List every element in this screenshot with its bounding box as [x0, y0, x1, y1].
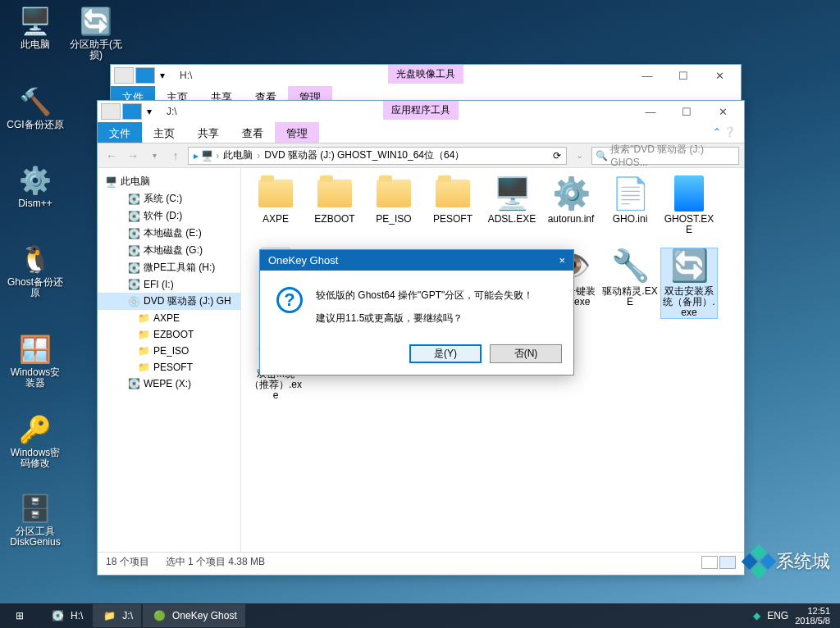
- start-button[interactable]: ⊞: [3, 604, 39, 627]
- tree-item[interactable]: 💽本地磁盘 (E:): [98, 225, 240, 242]
- language-indicator[interactable]: ENG: [767, 610, 788, 621]
- key-icon: 🔑: [19, 413, 52, 446]
- taskbar: ⊞ 💽H:\ 📁J:\ 🟢OneKey Ghost ◆ ENG 12:51 20…: [0, 603, 840, 628]
- qat-btn[interactable]: [114, 67, 134, 84]
- ribbon-tab-home[interactable]: 主页: [142, 122, 186, 143]
- ribbon-tab-file[interactable]: 文件: [98, 122, 142, 143]
- taskbar-item[interactable]: 📁J:\: [93, 604, 141, 627]
- tree-label: EFI (I:): [144, 279, 174, 290]
- exe-icon: 🔄: [669, 248, 709, 283]
- file-item-selected[interactable]: 🔄双击安装系统（备用）.exe: [661, 248, 717, 318]
- file-item[interactable]: PESOFT: [425, 176, 481, 235]
- tree-item[interactable]: 💽本地磁盘 (G:): [98, 242, 240, 259]
- tree-item[interactable]: 💽微PE工具箱 (H:): [98, 259, 240, 276]
- tree-label: WEPE (X:): [144, 378, 191, 389]
- tree-item[interactable]: 💽EFI (I:): [98, 276, 240, 293]
- desktop-label: Windows安装器: [7, 367, 64, 389]
- qat-btn[interactable]: [122, 103, 142, 120]
- file-item[interactable]: 🔧驱动精灵.EXE: [602, 248, 658, 318]
- refresh-icon[interactable]: ⟳: [553, 150, 561, 162]
- file-item[interactable]: AXPE: [248, 176, 304, 235]
- nav-history-button[interactable]: ▾: [145, 147, 163, 165]
- breadcrumb-seg[interactable]: 此电脑: [221, 148, 254, 162]
- drive-icon: 💽: [127, 193, 140, 206]
- tree-item[interactable]: 📁PESOFT: [98, 359, 240, 375]
- dialog-text: 较低版的 Ghost64 操作"GPT"分区，可能会失败！ 建议用11.5或更高…: [316, 287, 533, 326]
- tree-item[interactable]: 💽系统 (C:): [98, 190, 240, 207]
- onekey-ghost-dialog: OneKey Ghost × ? 较低版的 Ghost64 操作"GPT"分区，…: [259, 249, 574, 375]
- ribbon-tab-view[interactable]: 查看: [231, 122, 275, 143]
- view-icons-button[interactable]: [719, 556, 736, 569]
- minimize-button[interactable]: —: [632, 101, 669, 122]
- folder-icon: 📁: [137, 312, 150, 325]
- folder-icon: [377, 180, 411, 207]
- tree-label: EZBOOT: [153, 329, 194, 340]
- tree-root[interactable]: 🖥️此电脑: [98, 173, 240, 190]
- ini-icon: 📄: [610, 176, 650, 211]
- file-label: autorun.inf: [543, 214, 599, 225]
- no-button[interactable]: 否(N): [490, 344, 562, 363]
- drive-icon: 💽: [127, 377, 140, 390]
- taskbar-item[interactable]: 🟢OneKey Ghost: [143, 604, 245, 627]
- desktop-icon-cgi[interactable]: 🔨CGI备份还原: [7, 85, 64, 130]
- qat-btn[interactable]: [135, 67, 155, 84]
- tree-label: 微PE工具箱 (H:): [144, 261, 215, 275]
- desktop-icon-wininstall[interactable]: 🪟Windows安装器: [7, 333, 64, 389]
- qat-btn[interactable]: [101, 103, 121, 120]
- address-bar: ← → ▾ ↑ ▸ 🖥️› 此电脑› DVD 驱动器 (J:) GHOST_WI…: [98, 143, 744, 168]
- dropdown-icon[interactable]: ⌄: [570, 147, 588, 165]
- tree-item[interactable]: 💽WEPE (X:): [98, 375, 240, 392]
- ribbon-tab-share[interactable]: 共享: [186, 122, 231, 143]
- yes-button[interactable]: 是(Y): [409, 344, 482, 363]
- close-button[interactable]: ✕: [705, 101, 741, 122]
- file-item[interactable]: PE_ISO: [366, 176, 422, 235]
- file-item[interactable]: 🖥️ADSL.EXE: [484, 176, 540, 235]
- exe-icon: [669, 176, 709, 211]
- tree-label: PE_ISO: [153, 345, 189, 357]
- pc-icon: 🖥️: [19, 5, 52, 38]
- tree-label: DVD 驱动器 (J:) GH: [144, 294, 231, 308]
- file-item[interactable]: 📄GHO.ini: [602, 176, 658, 235]
- window-title: H:\: [180, 70, 192, 81]
- desktop-icon-pwd[interactable]: 🔑Windows密码修改: [7, 413, 64, 469]
- desktop-icon-diskgenius[interactable]: 🗄️分区工具DiskGenius: [7, 492, 64, 548]
- folder-icon: 📁: [137, 344, 150, 357]
- minimize-button[interactable]: —: [629, 65, 665, 86]
- desktop-icon-dism[interactable]: ⚙️Dism++: [7, 164, 64, 209]
- search-input[interactable]: 🔍 搜索"DVD 驱动器 (J:) GHOS...: [591, 147, 739, 165]
- desktop-icon-ghost[interactable]: 🐧Ghost备份还原: [7, 243, 64, 298]
- view-details-button[interactable]: [701, 556, 718, 569]
- file-item[interactable]: ⚙️autorun.inf: [543, 176, 599, 235]
- maximize-button[interactable]: ☐: [669, 101, 705, 122]
- tray-icon[interactable]: ◆: [753, 610, 760, 621]
- file-item[interactable]: EZBOOT: [307, 176, 363, 235]
- clock[interactable]: 12:51 2018/5/8: [795, 606, 830, 626]
- tree-item[interactable]: 📁AXPE: [98, 310, 240, 326]
- desktop-icon-thispc[interactable]: 🖥️此电脑: [7, 5, 64, 50]
- tree-item-selected[interactable]: 💿DVD 驱动器 (J:) GH: [98, 293, 240, 310]
- folder-icon: 📁: [137, 328, 150, 341]
- close-button[interactable]: ✕: [701, 65, 737, 86]
- tree-label: 此电脑: [121, 175, 150, 189]
- maximize-button[interactable]: ☐: [665, 65, 701, 86]
- breadcrumb[interactable]: ▸ 🖥️› 此电脑› DVD 驱动器 (J:) GHOST_WIN10_64位（…: [188, 147, 567, 165]
- tree-label: AXPE: [153, 312, 180, 324]
- context-tab: 应用程序工具: [383, 101, 459, 120]
- breadcrumb-seg[interactable]: DVD 驱动器 (J:) GHOST_WIN10_64位（64）: [262, 148, 466, 162]
- file-label: 驱动精灵.EXE: [602, 286, 658, 307]
- desktop: 🖥️此电脑 🔄分区助手(无损) 🔨CGI备份还原 ⚙️Dism++ 🐧Ghost…: [0, 0, 840, 603]
- nav-up-button[interactable]: ↑: [167, 147, 185, 165]
- tree-item[interactable]: 📁PE_ISO: [98, 343, 240, 359]
- taskbar-item[interactable]: 💽H:\: [41, 604, 91, 627]
- tree-item[interactable]: 📁EZBOOT: [98, 326, 240, 343]
- tree-item[interactable]: 💽软件 (D:): [98, 207, 240, 225]
- nav-forward-button[interactable]: →: [124, 147, 142, 165]
- status-count: 18 个项目: [106, 555, 149, 569]
- dialog-close-button[interactable]: ×: [559, 254, 565, 266]
- file-item[interactable]: GHOST.EXE: [661, 176, 717, 235]
- desktop-icon-partition[interactable]: 🔄分区助手(无损): [67, 5, 125, 61]
- nav-back-button[interactable]: ←: [103, 147, 121, 165]
- ribbon-tab-manage[interactable]: 管理: [275, 122, 319, 143]
- ribbon-help-icon[interactable]: ⌃ ❔: [705, 122, 744, 143]
- gear-icon: ⚙️: [19, 164, 52, 197]
